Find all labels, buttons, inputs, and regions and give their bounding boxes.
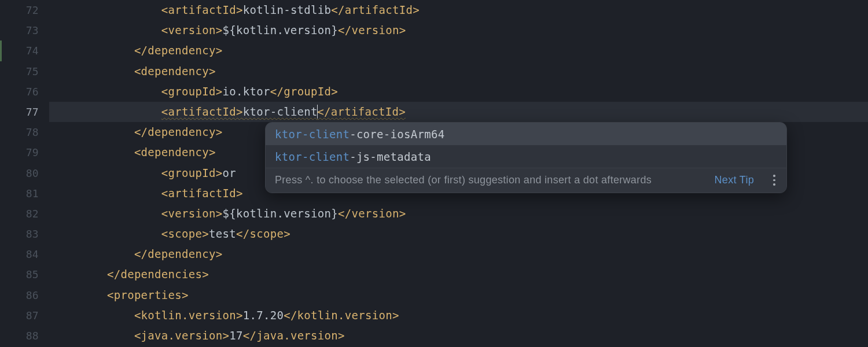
gutter-line: 84 bbox=[0, 244, 39, 264]
gutter-line: 85 bbox=[0, 264, 39, 285]
gutter-line: 83 bbox=[0, 224, 39, 244]
code-line[interactable]: </dependency> bbox=[49, 244, 868, 264]
gutter-line: 74 bbox=[0, 40, 39, 61]
code-line[interactable]: <dependency> bbox=[49, 61, 868, 82]
completion-item-selected[interactable]: ktor-client-core-iosArm64 bbox=[266, 123, 786, 145]
more-options-icon[interactable] bbox=[770, 175, 778, 186]
code-line[interactable]: </dependency> bbox=[49, 40, 868, 61]
gutter-line: 76 bbox=[0, 82, 39, 102]
gutter-change-marker bbox=[0, 40, 2, 61]
code-line[interactable]: <version>${kotlin.version}</version> bbox=[49, 20, 868, 40]
gutter-line: 80 bbox=[0, 163, 39, 183]
code-line[interactable]: <artifactId>kotlin-stdlib</artifactId> bbox=[49, 0, 868, 20]
code-line[interactable]: <groupId>io.ktor</groupId> bbox=[49, 82, 868, 102]
gutter-line: 73 bbox=[0, 20, 39, 40]
next-tip-link[interactable]: Next Tip bbox=[715, 174, 754, 186]
code-line[interactable]: <properties> bbox=[49, 285, 868, 305]
gutter-line: 88 bbox=[0, 326, 39, 346]
gutter-line: 75 bbox=[0, 61, 39, 82]
code-line-current[interactable]: <artifactId>ktor-client</artifactId> bbox=[49, 102, 868, 122]
code-line[interactable]: </dependencies> bbox=[49, 264, 868, 285]
completion-hint-text: Press ^. to choose the selected (or firs… bbox=[275, 174, 652, 186]
gutter-line: 78 bbox=[0, 122, 39, 142]
gutter-line: 81 bbox=[0, 183, 39, 204]
code-editor: 72 73 74 75 76 77 78 79 80 81 82 83 84 8… bbox=[0, 0, 868, 347]
gutter-line: 72 bbox=[0, 0, 39, 20]
completion-hint-bar: Press ^. to choose the selected (or firs… bbox=[266, 168, 786, 193]
gutter-line: 82 bbox=[0, 204, 39, 224]
line-number-gutter: 72 73 74 75 76 77 78 79 80 81 82 83 84 8… bbox=[0, 0, 49, 347]
completion-item[interactable]: ktor-client-js-metadata bbox=[266, 145, 786, 168]
completion-popup: ktor-client-core-iosArm64 ktor-client-js… bbox=[265, 122, 787, 193]
code-line[interactable]: <kotlin.version>1.7.20</kotlin.version> bbox=[49, 305, 868, 326]
code-area[interactable]: <artifactId>kotlin-stdlib</artifactId> <… bbox=[49, 0, 868, 347]
gutter-line-current: 77 bbox=[0, 102, 39, 122]
gutter-line: 87 bbox=[0, 305, 39, 326]
gutter-line: 79 bbox=[0, 142, 39, 163]
code-line[interactable]: <scope>test</scope> bbox=[49, 224, 868, 244]
code-line[interactable]: <version>${kotlin.version}</version> bbox=[49, 204, 868, 224]
gutter-line: 86 bbox=[0, 285, 39, 305]
code-line[interactable]: <java.version>17</java.version> bbox=[49, 326, 868, 346]
